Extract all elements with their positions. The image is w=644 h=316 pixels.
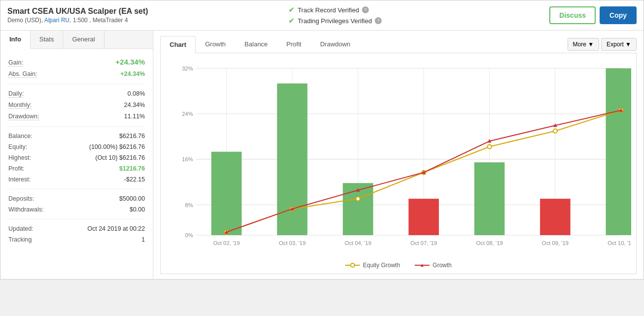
updated-value: Oct 24 2019 at 00:22 bbox=[87, 225, 145, 232]
chart-tab-balance[interactable]: Balance bbox=[235, 35, 277, 53]
chart-svg: 32% 24% 16% 8% 0% bbox=[166, 58, 631, 255]
chart-tab-chart[interactable]: Chart bbox=[160, 36, 196, 53]
withdrawals-label: Withdrawals: bbox=[8, 206, 44, 213]
header: Smart CSEA UK/USA Scalper (EA set) Demo … bbox=[0, 0, 644, 31]
equity-row: Equity: (100.00%) $6216.76 bbox=[8, 141, 145, 152]
svg-text:Oct 02, '19: Oct 02, '19 bbox=[213, 240, 240, 246]
drawdown-label: Drawdown: bbox=[8, 113, 39, 120]
tracking-label: Tracking bbox=[8, 236, 32, 243]
svg-text:Oct 03, '19: Oct 03, '19 bbox=[279, 240, 306, 246]
info-panel: Gain: +24.34% Abs. Gain: +24.34% Daily: … bbox=[0, 49, 153, 256]
gain-section: Gain: +24.34% Abs. Gain: +24.34% bbox=[8, 56, 145, 80]
gain-value: +24.34% bbox=[115, 58, 145, 66]
svg-text:Oct 07, '19: Oct 07, '19 bbox=[410, 240, 437, 246]
bar-oct02 bbox=[212, 152, 242, 235]
info-icon-2[interactable]: ? bbox=[375, 17, 382, 24]
legend-equity-line-icon bbox=[345, 262, 360, 268]
check-icon-1: ✔ bbox=[288, 5, 295, 14]
more-button[interactable]: More ▼ bbox=[568, 38, 600, 51]
gain-label: Gain: bbox=[8, 59, 23, 67]
drawdown-value: 11.11% bbox=[124, 113, 145, 120]
tab-stats[interactable]: Stats bbox=[31, 31, 64, 48]
withdrawals-value: $0.00 bbox=[130, 206, 145, 213]
daily-label: Daily: bbox=[8, 90, 24, 98]
equity-dot-6 bbox=[553, 129, 557, 133]
chart-tab-drawdown[interactable]: Drawdown bbox=[311, 35, 359, 53]
chart-tab-growth[interactable]: Growth bbox=[196, 35, 235, 53]
profit-row: Profit: $1216.76 bbox=[8, 163, 145, 174]
bar-oct09-red bbox=[540, 199, 571, 235]
interest-label: Interest: bbox=[8, 176, 31, 183]
chart-svg-container: 32% 24% 16% 8% 0% bbox=[161, 58, 636, 257]
abs-gain-label: Abs. Gain: bbox=[8, 70, 37, 78]
svg-text:8%: 8% bbox=[185, 202, 193, 208]
svg-text:16%: 16% bbox=[182, 156, 193, 162]
svg-text:0%: 0% bbox=[185, 232, 193, 238]
info-icon-1[interactable]: ? bbox=[362, 6, 369, 13]
chart-area: 32% 24% 16% 8% 0% bbox=[160, 53, 637, 274]
tracking-value: 1 bbox=[142, 236, 145, 243]
tracking-row: Tracking 1 bbox=[8, 234, 145, 245]
svg-text:32%: 32% bbox=[182, 66, 193, 71]
legend-growth-label: Growth bbox=[432, 262, 452, 269]
divider-4 bbox=[8, 219, 145, 219]
interest-row: Interest: -$22.15 bbox=[8, 174, 145, 185]
highest-row: Highest: (Oct 10) $6216.76 bbox=[8, 152, 145, 163]
chart-actions: More ▼ Export ▼ bbox=[568, 38, 637, 51]
check-icon-2: ✔ bbox=[288, 16, 295, 25]
svg-text:Oct 04, '19: Oct 04, '19 bbox=[345, 240, 371, 246]
svg-text:24%: 24% bbox=[182, 111, 193, 117]
tab-info[interactable]: Info bbox=[0, 31, 31, 49]
svg-text:Oct 09, '19: Oct 09, '19 bbox=[542, 240, 569, 246]
updated-label: Updated: bbox=[8, 225, 34, 232]
equity-label: Equity: bbox=[8, 143, 27, 150]
track-record-verified: ✔ Track Record Verified ? bbox=[288, 5, 550, 14]
balance-value: $6216.76 bbox=[119, 133, 145, 140]
equity-value: (100.00%) $6216.76 bbox=[89, 143, 145, 150]
content: Info Stats General Gain: +24.34% Abs. Ga… bbox=[0, 31, 644, 279]
discuss-button[interactable]: Discuss bbox=[549, 6, 596, 24]
monthly-row: Monthly: 24.34% bbox=[8, 100, 145, 111]
legend-equity-label: Equity Growth bbox=[363, 262, 400, 269]
highest-value: (Oct 10) $6216.76 bbox=[95, 154, 145, 161]
bar-oct10-green bbox=[606, 69, 631, 235]
copy-button[interactable]: Copy bbox=[600, 6, 637, 24]
chart-tabs-bar: Chart Growth Balance Profit Drawdown Mor… bbox=[160, 35, 637, 53]
legend-growth-line-icon bbox=[415, 262, 429, 268]
divider-3 bbox=[8, 189, 145, 189]
daily-row: Daily: 0.08% bbox=[8, 88, 145, 100]
balance-row: Balance: $6216.76 bbox=[8, 131, 145, 141]
balance-label: Balance: bbox=[8, 133, 33, 140]
bar-oct07-red bbox=[409, 199, 439, 235]
left-panel: Info Stats General Gain: +24.34% Abs. Ga… bbox=[0, 31, 153, 279]
deposits-value: $5000.00 bbox=[119, 195, 145, 202]
header-actions: Discuss Copy bbox=[549, 6, 637, 24]
monthly-label: Monthly: bbox=[8, 102, 32, 109]
deposits-section: Deposits: $5000.00 Withdrawals: $0.00 bbox=[8, 193, 145, 215]
deposits-label: Deposits: bbox=[8, 195, 34, 202]
performance-section: Daily: 0.08% Monthly: 24.34% Drawdown: 1… bbox=[8, 88, 145, 122]
alpari-link[interactable]: Alpari RU bbox=[44, 17, 70, 24]
export-button[interactable]: Export ▼ bbox=[601, 38, 637, 51]
verified-section: ✔ Track Record Verified ? ✔ Trading Priv… bbox=[269, 5, 550, 25]
daily-value: 0.08% bbox=[128, 90, 145, 97]
page-title: Smart CSEA UK/USA Scalper (EA set) bbox=[7, 7, 269, 16]
svg-text:Oct 08, '19: Oct 08, '19 bbox=[476, 240, 503, 246]
trading-privileges-verified: ✔ Trading Privileges Verified ? bbox=[288, 16, 550, 25]
verified1-label: Track Record Verified bbox=[298, 6, 359, 14]
updated-row: Updated: Oct 24 2019 at 00:22 bbox=[8, 223, 145, 234]
abs-gain-value: +24.34% bbox=[120, 70, 145, 77]
equity-dot-3 bbox=[356, 197, 360, 201]
interest-value: -$22.15 bbox=[124, 176, 145, 183]
highest-label: Highest: bbox=[8, 154, 31, 161]
monthly-value: 24.34% bbox=[124, 102, 145, 108]
equity-dot-5 bbox=[488, 144, 492, 148]
svg-point-25 bbox=[351, 263, 355, 267]
verified2-label: Trading Privileges Verified bbox=[298, 17, 372, 25]
withdrawals-row: Withdrawals: $0.00 bbox=[8, 204, 145, 215]
drawdown-row: Drawdown: 11.11% bbox=[8, 111, 145, 122]
chart-tab-profit[interactable]: Profit bbox=[277, 35, 311, 53]
legend-growth: Growth bbox=[415, 262, 452, 269]
right-panel: Chart Growth Balance Profit Drawdown Mor… bbox=[153, 31, 644, 279]
tab-general[interactable]: General bbox=[63, 31, 104, 48]
